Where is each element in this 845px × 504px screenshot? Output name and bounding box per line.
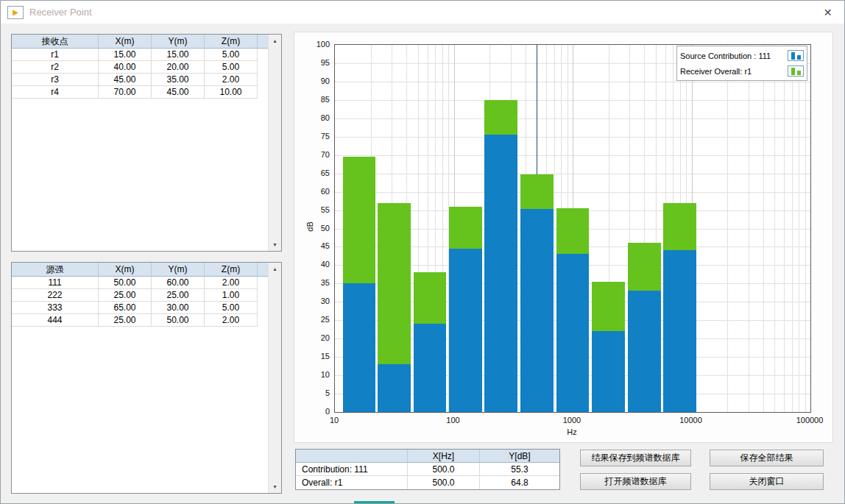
y-tick-label: 10 xyxy=(302,370,330,379)
bar-contribution xyxy=(520,209,554,412)
y-col-header[interactable]: Y(m) xyxy=(152,35,205,49)
bar-contribution xyxy=(378,364,411,412)
source-table-scrollbar[interactable]: ▲ ▼ xyxy=(268,263,281,493)
plot-area[interactable] xyxy=(334,44,811,413)
legend-label: Source Contribution : 111 xyxy=(680,52,771,60)
y-tick-label: 45 xyxy=(302,241,330,250)
table-cell[interactable]: 45.00 xyxy=(152,86,205,99)
table-cell[interactable]: 111 xyxy=(12,277,99,289)
gridline xyxy=(784,45,785,412)
table-cell[interactable]: 444 xyxy=(12,314,99,327)
table-cell[interactable]: 2.00 xyxy=(205,74,258,86)
table-cell[interactable]: 30.00 xyxy=(152,302,205,314)
table-cell[interactable]: 333 xyxy=(12,302,99,314)
y-tick-label: 40 xyxy=(302,260,330,269)
close-button[interactable]: ✕ xyxy=(811,1,844,24)
result-name-header xyxy=(296,450,408,463)
table-cell[interactable]: 10.00 xyxy=(205,86,258,99)
table-cell[interactable]: 60.00 xyxy=(152,277,205,289)
scroll-down-icon[interactable]: ▼ xyxy=(269,480,281,493)
table-cell[interactable]: r1 xyxy=(12,49,99,61)
bar-contribution xyxy=(592,331,625,412)
table-row: Contribution: 111 500.0 55.3 xyxy=(296,463,559,476)
table-cell[interactable]: r3 xyxy=(12,74,99,86)
table-cell[interactable]: 45.00 xyxy=(99,74,152,86)
scroll-up-icon[interactable]: ▲ xyxy=(269,263,281,275)
table-row[interactable]: r2 40.00 20.00 5.00 xyxy=(12,61,268,74)
gridline xyxy=(727,45,728,412)
table-row[interactable]: 222 25.00 25.00 1.00 xyxy=(12,289,268,302)
table-cell[interactable]: 2.00 xyxy=(205,314,258,327)
table-cell[interactable]: 222 xyxy=(12,289,99,302)
table-row[interactable]: r3 45.00 35.00 2.00 xyxy=(12,74,268,86)
y-tick-label: 30 xyxy=(302,297,330,305)
z-col-header[interactable]: Z(m) xyxy=(205,263,258,277)
source-table-header-row: 源强 X(m) Y(m) Z(m) xyxy=(12,263,268,277)
table-cell[interactable]: 25.00 xyxy=(99,314,152,327)
x-col-header[interactable]: X(m) xyxy=(99,263,152,277)
open-spectrum-db-button[interactable]: 打开频谱数据库 xyxy=(580,473,691,490)
x-tick-label: 100 xyxy=(424,416,483,425)
legend-item[interactable]: Receiver Overall: r1 xyxy=(680,63,804,79)
receiver-table-panel: 接收点 X(m) Y(m) Z(m) r1 15.00 15.00 5.00 r… xyxy=(11,34,282,252)
receiver-point-window: ▶ Receiver Point ✕ 接收点 X(m) Y(m) Z(m) r1… xyxy=(0,0,845,504)
source-col-header[interactable]: 源强 xyxy=(12,263,99,277)
result-table-header-row: X[Hz] Y[dB] xyxy=(296,450,559,463)
table-cell[interactable]: 50.00 xyxy=(99,277,152,289)
receiver-table: 接收点 X(m) Y(m) Z(m) r1 15.00 15.00 5.00 r… xyxy=(12,35,268,251)
table-cell[interactable]: 1.00 xyxy=(205,289,258,302)
y-tick-label: 55 xyxy=(302,205,330,214)
table-row[interactable]: r1 15.00 15.00 5.00 xyxy=(12,49,268,61)
scroll-up-icon[interactable]: ▲ xyxy=(269,35,281,47)
save-to-spectrum-db-button[interactable]: 结果保存到频谱数据库 xyxy=(580,450,691,466)
y-tick-label: 100 xyxy=(302,40,330,49)
titlebar: ▶ Receiver Point ✕ xyxy=(1,1,844,24)
z-col-header[interactable]: Z(m) xyxy=(205,35,258,49)
result-xhz-header: X[Hz] xyxy=(408,450,480,463)
table-cell[interactable]: r4 xyxy=(12,86,99,99)
table-cell[interactable]: 5.00 xyxy=(205,302,258,314)
table-row[interactable]: 111 50.00 60.00 2.00 xyxy=(12,277,268,289)
bar-contribution xyxy=(414,324,447,412)
table-cell[interactable]: 35.00 xyxy=(152,74,205,86)
table-row[interactable]: r4 70.00 45.00 10.00 xyxy=(12,86,268,99)
table-cell[interactable]: r2 xyxy=(12,61,99,74)
table-cell[interactable]: 5.00 xyxy=(205,61,258,74)
table-cell[interactable]: 65.00 xyxy=(99,302,152,314)
table-cell[interactable]: 40.00 xyxy=(99,61,152,74)
y-tick-label: 25 xyxy=(302,315,330,324)
table-cell: 64.8 xyxy=(480,476,559,489)
table-cell[interactable]: 20.00 xyxy=(152,61,205,74)
y-tick-label: 15 xyxy=(302,352,330,361)
table-cell[interactable]: 25.00 xyxy=(152,289,205,302)
legend-label: Receiver Overall: r1 xyxy=(680,67,752,76)
legend-item[interactable]: Source Contribution : 111 xyxy=(680,48,804,63)
y-tick-label: 35 xyxy=(302,278,330,287)
table-cell[interactable]: 15.00 xyxy=(152,49,205,61)
chart-panel: dB Hz Source Contribution : 111 Receiver… xyxy=(294,32,833,443)
table-cell[interactable]: 70.00 xyxy=(99,86,152,99)
x-col-header[interactable]: X(m) xyxy=(99,35,152,49)
table-cell[interactable]: 15.00 xyxy=(99,49,152,61)
scroll-down-icon[interactable]: ▼ xyxy=(269,238,281,251)
receiver-col-header[interactable]: 接收点 xyxy=(12,35,99,49)
bar-contribution xyxy=(449,249,482,412)
table-row[interactable]: 333 65.00 30.00 5.00 xyxy=(12,302,268,314)
save-all-results-button[interactable]: 保存全部结果 xyxy=(710,450,824,466)
receiver-table-scrollbar[interactable]: ▲ ▼ xyxy=(268,35,281,251)
table-cell[interactable]: 50.00 xyxy=(152,314,205,327)
y-tick-label: 85 xyxy=(302,95,330,104)
table-cell[interactable]: 2.00 xyxy=(205,277,258,289)
close-window-button[interactable]: 关闭窗口 xyxy=(710,473,824,490)
table-row: Overall: r1 500.0 64.8 xyxy=(296,476,559,489)
gridline xyxy=(805,45,806,412)
labview-app-icon: ▶ xyxy=(7,6,24,19)
y-tick-label: 70 xyxy=(302,150,330,159)
y-tick-label: 90 xyxy=(302,77,330,85)
table-cell[interactable]: 25.00 xyxy=(99,289,152,302)
table-cell[interactable]: 5.00 xyxy=(205,49,258,61)
x-tick-label: 10000 xyxy=(662,416,721,425)
table-row[interactable]: 444 25.00 50.00 2.00 xyxy=(12,314,268,327)
gridline xyxy=(799,45,799,412)
y-col-header[interactable]: Y(m) xyxy=(152,263,205,277)
